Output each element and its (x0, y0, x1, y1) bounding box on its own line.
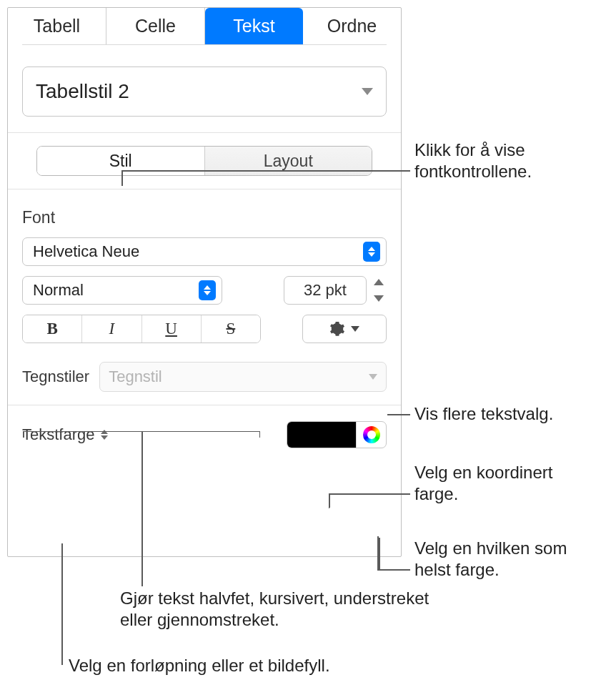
divider (8, 189, 401, 189)
paragraph-style-select[interactable]: Tabellstil 2 (22, 66, 387, 117)
character-style-placeholder: Tegnstil (109, 368, 162, 386)
font-weight-value: Normal (33, 281, 84, 300)
panel-content: Tabellstil 2 Stil Layout Font Helvetica … (8, 45, 401, 448)
inspector-panel: Tabell Celle Tekst Ordne Tabellstil 2 St… (7, 7, 402, 557)
leader-line (377, 536, 379, 569)
callout-gradient: Velg en forløpning eller et bildefyll. (69, 655, 426, 676)
font-size-stepper[interactable] (371, 276, 387, 305)
more-text-options-button[interactable] (302, 315, 387, 343)
stil-layout-segment: Stil Layout (36, 146, 372, 176)
callout-bracket (23, 431, 260, 438)
leader-line (387, 414, 410, 415)
chevron-down-icon (351, 326, 359, 332)
text-color-controls (287, 421, 387, 448)
leader-line (121, 170, 410, 172)
paragraph-style-label: Tabellstil 2 (36, 80, 129, 103)
chevron-down-icon (369, 374, 377, 380)
callout-more-text: Vis flere tekstvalg. (414, 403, 615, 425)
callout-coord-color: Velg en koordinert farge. (414, 462, 600, 505)
leader-line (377, 569, 410, 571)
select-stepper-icon (363, 242, 380, 262)
bold-button[interactable]: B (23, 315, 81, 342)
leader-line (379, 538, 380, 569)
tab-tekst[interactable]: Tekst (205, 8, 303, 44)
tab-celle[interactable]: Celle (106, 8, 205, 44)
strikethrough-button[interactable]: S (201, 315, 260, 342)
callout-font-controls: Klikk for å vise fontkontrollene. (414, 139, 600, 182)
stepper-down-icon (374, 295, 384, 302)
leader-line (141, 438, 143, 586)
text-style-group: B I U S (22, 315, 261, 343)
color-swatch-button[interactable] (287, 422, 356, 448)
character-style-select[interactable]: Tegnstil (99, 362, 387, 392)
font-family-select[interactable]: Helvetica Neue (22, 237, 387, 266)
callout-any-color: Velg en hvilken som helst farge. (414, 538, 607, 581)
stepper-up-icon (374, 279, 384, 285)
font-family-value: Helvetica Neue (33, 242, 139, 261)
color-wheel-icon (363, 426, 380, 443)
callout-biu: Gjør tekst halvfet, kursivert, understre… (120, 588, 434, 631)
color-wheel-button[interactable] (356, 422, 386, 448)
leader-line (61, 543, 63, 665)
tab-ordne[interactable]: Ordne (303, 8, 401, 44)
chevron-down-icon (362, 88, 373, 95)
font-size-field[interactable]: 32 pkt (284, 276, 367, 305)
character-styles-label: Tegnstiler (22, 368, 89, 386)
divider (8, 132, 401, 133)
select-stepper-icon (199, 280, 216, 300)
font-weight-select[interactable]: Normal (22, 276, 222, 305)
top-tabs: Tabell Celle Tekst Ordne (8, 8, 401, 44)
tab-tabell[interactable]: Tabell (8, 8, 106, 44)
leader-line (329, 493, 410, 495)
font-section-label: Font (22, 208, 387, 227)
leader-line (329, 493, 330, 508)
leader-line (121, 170, 123, 186)
divider (8, 405, 401, 405)
underline-button[interactable]: U (141, 315, 201, 342)
italic-button[interactable]: I (81, 315, 141, 342)
gear-icon (329, 321, 345, 337)
